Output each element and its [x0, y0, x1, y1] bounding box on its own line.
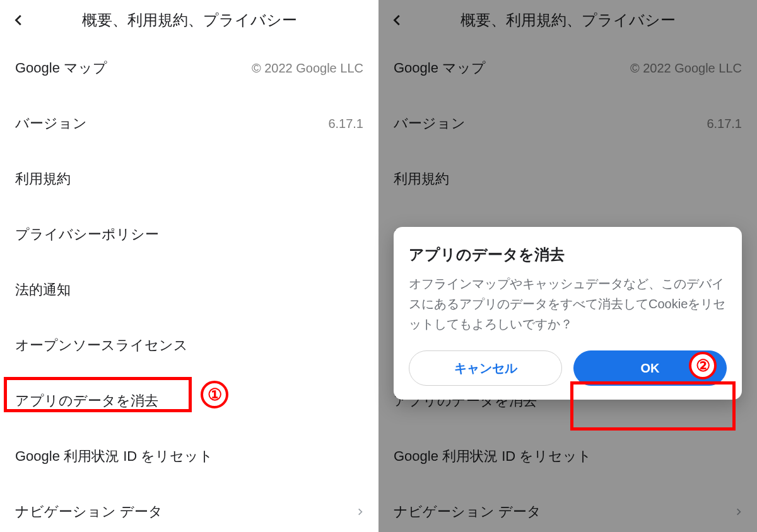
- nav-data-label: ナビゲーション データ: [15, 502, 163, 521]
- row-oss[interactable]: オープンソースライセンス: [0, 318, 378, 373]
- copyright-text: © 2022 Google LLC: [252, 61, 363, 76]
- back-icon[interactable]: [10, 11, 28, 29]
- left-pane: 概要、利用規約、プライバシー Google マップ © 2022 Google …: [0, 0, 378, 532]
- dialog-actions: キャンセル OK: [409, 350, 727, 386]
- row-nav-data[interactable]: ナビゲーション データ: [0, 484, 378, 532]
- page-title: 概要、利用規約、プライバシー: [28, 10, 368, 30]
- version-value: 6.17.1: [328, 117, 363, 131]
- chevron-right-icon: [356, 506, 363, 518]
- clear-data-label: アプリのデータを消去: [15, 391, 158, 410]
- row-reset-usage-id[interactable]: Google 利用状況 ID をリセット: [0, 429, 378, 484]
- row-legal[interactable]: 法的通知: [0, 262, 378, 318]
- dialog-body: オフラインマップやキャッシュデータなど、このデバイスにあるアプリのデータをすべて…: [409, 274, 727, 334]
- clear-data-dialog: アプリのデータを消去 オフラインマップやキャッシュデータなど、このデバイスにある…: [394, 227, 742, 400]
- reset-usage-id-label: Google 利用状況 ID をリセット: [15, 447, 213, 466]
- row-version: バージョン 6.17.1: [0, 96, 378, 151]
- right-pane: 概要、利用規約、プライバシー Google マップ © 2022 Google …: [378, 0, 757, 532]
- oss-label: オープンソースライセンス: [15, 336, 188, 355]
- dialog-title: アプリのデータを消去: [409, 245, 727, 265]
- terms-label: 利用規約: [15, 170, 71, 188]
- row-terms[interactable]: 利用規約: [0, 151, 378, 207]
- row-clear-data[interactable]: アプリのデータを消去: [0, 373, 378, 429]
- cancel-button[interactable]: キャンセル: [409, 350, 562, 386]
- app-name-label: Google マップ: [15, 59, 107, 78]
- row-app-name: Google マップ © 2022 Google LLC: [0, 40, 378, 96]
- row-privacy[interactable]: プライバシーポリシー: [0, 207, 378, 262]
- legal-label: 法的通知: [15, 280, 71, 299]
- header: 概要、利用規約、プライバシー: [0, 0, 378, 40]
- ok-button[interactable]: OK: [573, 350, 727, 386]
- version-label: バージョン: [15, 114, 87, 133]
- privacy-label: プライバシーポリシー: [15, 225, 159, 244]
